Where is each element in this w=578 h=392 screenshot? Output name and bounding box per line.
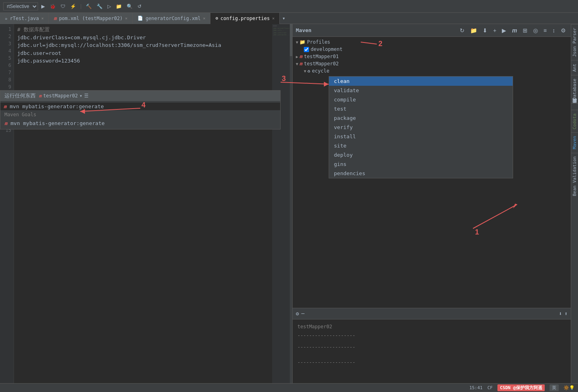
lifecycle-install[interactable]: install bbox=[329, 132, 513, 141]
lifecycle-label: ecycle bbox=[312, 68, 329, 74]
code-line-2: jdbc.driverClass=com.mysql.cj.jdbc.Drive… bbox=[17, 34, 289, 42]
lifecycle-package[interactable]: package bbox=[329, 113, 513, 123]
bean-validation-panel[interactable]: Bean Validation bbox=[571, 153, 578, 199]
find-btn[interactable]: 🔍 bbox=[125, 3, 134, 10]
run-dialog-input[interactable] bbox=[10, 103, 277, 109]
run-selector[interactable]: rtSelective bbox=[3, 2, 38, 10]
status-encoding: CF bbox=[487, 385, 493, 390]
tab-pom-close[interactable]: ✕ bbox=[125, 16, 127, 20]
maven-title: Maven bbox=[296, 27, 311, 33]
tab-dropdown-btn[interactable]: ▾ bbox=[280, 15, 288, 21]
code-line-15 bbox=[17, 135, 289, 143]
maven-folder-btn[interactable]: 📁 bbox=[469, 26, 479, 34]
maven-bottom-arrows[interactable]: ⬇ bbox=[559, 311, 562, 317]
line-num-4: 4 bbox=[0, 47, 11, 55]
gen-icon: 📄 bbox=[137, 16, 143, 21]
lifecycle-validate[interactable]: validate bbox=[329, 86, 513, 95]
project-dropdown-chevron[interactable]: ▾ bbox=[79, 93, 82, 99]
tree-testmapper01[interactable]: ▶ m testMapper01 bbox=[293, 53, 571, 60]
codota-panel[interactable]: Codota bbox=[571, 110, 578, 133]
lifecycle-compile[interactable]: compile bbox=[329, 95, 513, 104]
maven-download-btn[interactable]: ⬇ bbox=[481, 26, 489, 34]
project-selector[interactable]: m testMapper02 ▾ ☰ bbox=[39, 93, 89, 99]
lifecycle-deploy[interactable]: deploy bbox=[329, 150, 513, 160]
run-dialog-title: 运行任何东西 bbox=[4, 92, 36, 99]
line-num-9: 9 bbox=[0, 83, 11, 91]
tree-development[interactable]: development bbox=[293, 46, 571, 53]
maven-bottom: ⚙ ─ ⬇ ⬆ testMapper02 -------------------… bbox=[293, 308, 571, 392]
tree-lifecycle[interactable]: ▼ ♻ ecycle bbox=[293, 67, 571, 75]
project-label: testMapper02 bbox=[43, 93, 78, 99]
code-line-7 bbox=[17, 73, 289, 81]
database-panel[interactable]: Database bbox=[571, 75, 578, 103]
tab-gen-close[interactable]: ✕ bbox=[203, 16, 205, 20]
status-icons: 🔆💡 bbox=[564, 385, 575, 390]
maven-refresh-btn[interactable]: ↻ bbox=[458, 26, 466, 34]
line-num-6: 6 bbox=[0, 62, 11, 69]
status-time: 15:41 bbox=[469, 385, 483, 390]
code-line-3: jdbc.url=jdbc:mysql://localhost:3306/ssm… bbox=[17, 41, 289, 49]
maven-bottom-arrows2[interactable]: ⬆ bbox=[564, 311, 568, 317]
maven-add-btn[interactable]: + bbox=[491, 26, 498, 34]
maven-divider-1: -------------------- bbox=[297, 331, 566, 340]
project-icon: m bbox=[39, 93, 42, 99]
maven-side-panel[interactable]: Maven bbox=[571, 132, 578, 152]
tab-pom[interactable]: m pom.xml (testMapper02) ✕ bbox=[49, 13, 133, 24]
app-func-panel[interactable]: 应用功能面板 bbox=[571, 103, 578, 110]
code-line-8 bbox=[17, 81, 289, 89]
lifecycle-gins[interactable]: gins bbox=[329, 160, 513, 169]
goal-maven-icon: m bbox=[4, 121, 7, 126]
maven-bottom-settings[interactable]: ⚙ bbox=[296, 311, 299, 317]
profiles-icon: 📁 bbox=[299, 39, 305, 45]
maven-m-btn[interactable]: m bbox=[510, 26, 518, 34]
tab-rtest[interactable]: ☕ rTest.java ✕ bbox=[0, 13, 49, 24]
json-parser-panel[interactable]: Json Parser bbox=[571, 24, 578, 60]
run-config-btn[interactable]: ▷ bbox=[106, 3, 113, 10]
run-dialog-input-row: m bbox=[0, 103, 280, 110]
code-content[interactable]: # 数据库配置 jdbc.driverClass=com.mysql.cj.jd… bbox=[14, 24, 292, 392]
lifecycle-pendencies[interactable]: pendencies bbox=[329, 169, 513, 178]
code-area: 1 2 3 4 5 6 7 8 9 10 11 12 13 14 15 # 数据… bbox=[0, 24, 292, 392]
maven-collapse-btn[interactable]: ↕ bbox=[551, 26, 557, 34]
lifecycle-clean[interactable]: clean bbox=[329, 77, 513, 86]
tree-profiles[interactable]: ▼ 📁 Profiles bbox=[293, 38, 571, 46]
minimap-thumb[interactable] bbox=[290, 24, 292, 56]
maven-goals-label: Maven Goals bbox=[0, 110, 280, 119]
vcs-btn[interactable]: 📁 bbox=[114, 3, 123, 10]
development-label: development bbox=[311, 46, 342, 52]
run-btn[interactable]: ▶ bbox=[40, 3, 46, 10]
development-checkbox[interactable] bbox=[304, 47, 309, 52]
lifecycle-site[interactable]: site bbox=[329, 141, 513, 150]
profile-btn[interactable]: ⚡ bbox=[69, 3, 78, 10]
maven-expand-btn[interactable]: ≡ bbox=[542, 26, 548, 34]
testmapper02-icon: m bbox=[299, 61, 302, 67]
coverage-btn[interactable]: 🛡 bbox=[59, 3, 67, 10]
rebuild-btn[interactable]: 🔧 bbox=[95, 3, 104, 10]
minimap-scrollbar[interactable] bbox=[290, 24, 292, 392]
input-maven-icon: m bbox=[4, 104, 6, 109]
build-btn[interactable]: 🔨 bbox=[84, 3, 93, 10]
run-dialog-goal-item[interactable]: m mvn mybatis-generator:generate bbox=[0, 119, 280, 127]
maven-bottom-minimize[interactable]: ─ bbox=[301, 311, 305, 317]
sync-btn[interactable]: ↺ bbox=[136, 3, 143, 10]
debug-btn[interactable]: 🐞 bbox=[48, 3, 57, 10]
tab-config[interactable]: ⚙ config.properties ✕ bbox=[210, 13, 279, 24]
tree-testmapper02[interactable]: ▼ m testMapper02 bbox=[293, 60, 571, 67]
maven-run-btn[interactable]: ▶ bbox=[500, 26, 508, 34]
tab-rtest-close[interactable]: ✕ bbox=[41, 16, 44, 20]
line-num-7: 7 bbox=[0, 69, 11, 76]
lifecycle-verify[interactable]: verify bbox=[329, 123, 513, 132]
filter-icon[interactable]: ☰ bbox=[84, 93, 89, 99]
profiles-arrow: ▼ bbox=[296, 40, 298, 44]
lifecycle-test[interactable]: test bbox=[329, 104, 513, 113]
maven-settings-btn[interactable]: ⚙ bbox=[559, 26, 568, 34]
maven-bottom-header: ⚙ ─ ⬇ ⬆ bbox=[293, 308, 571, 319]
tab-config-close[interactable]: ✕ bbox=[272, 16, 275, 20]
editor-panel: 1 2 3 4 5 6 7 8 9 10 11 12 13 14 15 # 数据… bbox=[0, 24, 293, 392]
ant-panel[interactable]: Ant bbox=[571, 60, 578, 75]
maven-circle-btn[interactable]: ◎ bbox=[532, 26, 540, 34]
line-numbers: 1 2 3 4 5 6 7 8 9 10 11 12 13 14 15 bbox=[0, 24, 14, 392]
maven-grid-btn[interactable]: ⊞ bbox=[521, 26, 529, 34]
line-num-1: 1 bbox=[0, 26, 11, 33]
tab-gen[interactable]: 📄 generatorConfig.xml ✕ bbox=[133, 13, 210, 24]
